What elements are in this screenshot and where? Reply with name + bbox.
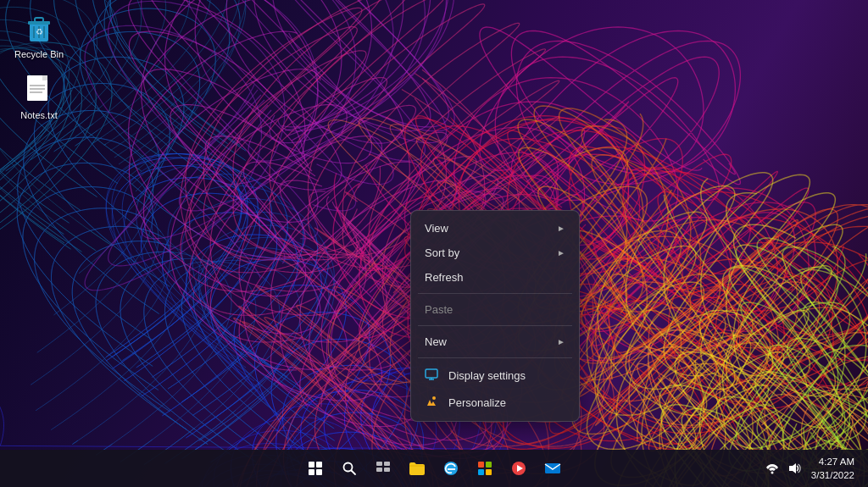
recycle-bin-icon[interactable]: ♻ Recycle Bin [8, 8, 70, 64]
taskbar-center [300, 453, 568, 484]
context-menu-view[interactable]: View ► [411, 216, 579, 241]
file-explorer-button[interactable] [402, 453, 432, 484]
notes-txt-label: Notes.txt [20, 110, 57, 121]
svg-rect-30 [478, 469, 484, 475]
svg-rect-20 [316, 469, 322, 475]
sort-by-submenu-chevron: ► [557, 248, 565, 257]
media-player-button[interactable] [504, 453, 534, 484]
svg-rect-29 [486, 462, 492, 468]
volume-tray-icon[interactable] [786, 460, 803, 477]
svg-rect-25 [376, 468, 382, 472]
recycle-bin-label: Recycle Bin [14, 49, 64, 60]
clock-date: 3/31/2022 [811, 468, 854, 482]
mail-button[interactable] [537, 453, 568, 484]
taskbar-right: 4:27 AM 3/31/2022 [764, 453, 868, 484]
context-menu-refresh[interactable]: Refresh [411, 265, 579, 290]
clock-time: 4:27 AM [819, 455, 854, 468]
svg-rect-23 [376, 462, 382, 466]
edge-button[interactable] [436, 453, 466, 484]
svg-rect-13 [426, 369, 437, 378]
search-button[interactable] [334, 453, 364, 484]
start-button[interactable] [300, 453, 331, 484]
notes-txt-image [22, 73, 56, 107]
context-menu: View ► Sort by ► Refresh Paste [410, 210, 580, 422]
svg-line-22 [352, 471, 356, 475]
context-menu-new[interactable]: New ► [411, 329, 579, 354]
taskbar: 4:27 AM 3/31/2022 [0, 450, 868, 487]
context-menu-sort-by[interactable]: Sort by ► [411, 241, 579, 265]
context-menu-paste[interactable]: Paste [411, 297, 579, 322]
task-view-button[interactable] [368, 453, 398, 484]
view-submenu-chevron: ► [557, 224, 565, 233]
svg-rect-24 [384, 462, 390, 466]
svg-rect-17 [309, 462, 314, 468]
new-submenu-chevron: ► [557, 337, 565, 346]
svg-text:♻: ♻ [36, 27, 43, 36]
svg-point-35 [771, 472, 773, 474]
context-menu-separator-1 [418, 293, 572, 294]
context-menu-separator-2 [418, 325, 572, 326]
display-settings-icon [425, 368, 440, 383]
svg-rect-19 [309, 469, 314, 475]
recycle-bin-image: ♻ [22, 12, 56, 46]
svg-marker-36 [789, 463, 796, 473]
svg-rect-18 [316, 462, 322, 468]
store-button[interactable] [470, 453, 500, 484]
svg-rect-9 [42, 75, 47, 80]
svg-rect-2 [35, 18, 43, 22]
svg-rect-28 [478, 462, 484, 468]
svg-point-16 [432, 396, 436, 400]
svg-rect-26 [384, 468, 390, 472]
context-menu-display-settings[interactable]: Display settings [411, 362, 579, 389]
notes-txt-icon[interactable]: Notes.txt [8, 69, 70, 125]
svg-rect-31 [486, 469, 492, 475]
context-menu-personalize[interactable]: Personalize [411, 389, 579, 416]
desktop[interactable]: ♻ Recycle Bin Notes.txt View [0, 0, 868, 487]
context-menu-separator-3 [418, 357, 572, 358]
network-tray-icon[interactable] [764, 460, 781, 477]
personalize-icon [425, 395, 440, 410]
svg-rect-34 [545, 463, 560, 473]
system-clock[interactable]: 4:27 AM 3/31/2022 [808, 453, 858, 484]
